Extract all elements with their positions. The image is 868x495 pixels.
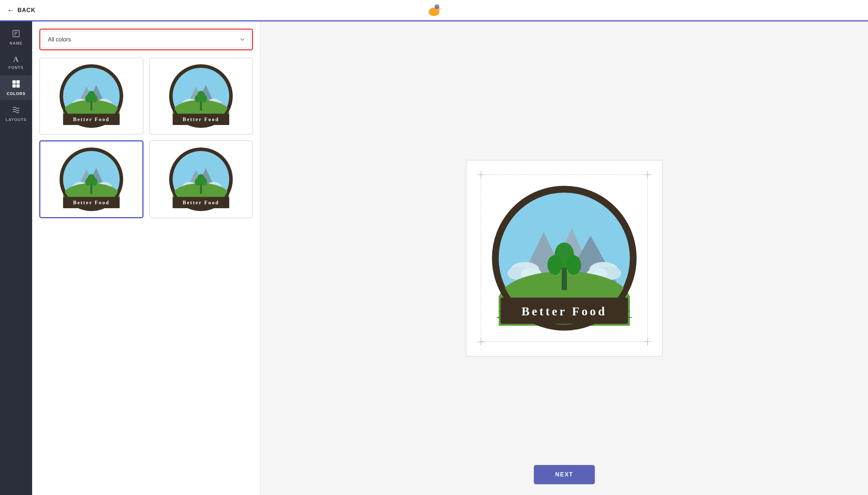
back-arrow-icon: ← [7,6,15,14]
sidebar-item-colors[interactable]: COLORS [0,75,32,100]
name-icon [12,29,20,39]
sidebar: NAME A FONTS COLORS [0,21,32,495]
colors-icon [12,80,20,89]
sidebar-item-label: NAME [10,41,22,45]
layouts-icon [12,106,20,115]
svg-marker-4 [439,8,441,9]
logo-preview-3: Better Food [59,147,123,211]
svg-text:Better Food: Better Food [73,116,110,122]
logo-card-4[interactable]: Better Food [149,140,253,218]
crosshair-bottom-left [477,338,484,345]
crosshair-top-right [644,171,651,178]
sidebar-item-label: FONTS [9,65,24,70]
fonts-icon: A [13,55,19,63]
crosshair-bottom-right [644,338,651,345]
svg-point-116 [566,255,581,275]
app-header: ← BACK [0,0,868,21]
color-filter-select[interactable]: All colors Blue Green Red Yellow Purple … [42,31,251,48]
svg-point-31 [85,95,91,102]
svg-point-32 [92,95,97,102]
svg-rect-12 [12,80,16,84]
logo-card-3[interactable]: Better Food [39,140,143,218]
main-layout: NAME A FONTS COLORS [0,21,868,495]
sidebar-item-label: LAYOUTS [6,118,27,122]
sidebar-item-layouts[interactable]: LAYOUTS [0,101,32,126]
crosshair-top-left [477,171,484,178]
svg-text:Better Food: Better Food [73,200,110,205]
next-button[interactable]: NEXT [534,465,595,484]
svg-point-51 [195,95,201,102]
svg-point-115 [547,255,562,275]
svg-point-72 [92,178,97,186]
logo-card-2[interactable]: Better Food [149,58,253,135]
svg-rect-13 [16,80,20,84]
logo-grid: Better Food [39,58,253,218]
back-button[interactable]: ← BACK [7,6,35,14]
sidebar-item-fonts[interactable]: A FONTS [0,51,32,74]
logo-card-1[interactable]: Better Food [39,58,143,135]
svg-point-91 [195,178,201,186]
color-filter-wrapper: All colors Blue Green Red Yellow Purple … [39,29,253,50]
svg-point-7 [438,8,438,9]
svg-text:Better Food: Better Food [183,200,219,205]
svg-rect-15 [16,84,20,88]
logo-preview-4: Better Food [169,147,233,211]
logo-preview-1: Better Food [59,64,123,128]
back-label: BACK [17,7,35,14]
canvas-area: Better Food NEXT [261,21,868,495]
svg-point-52 [201,95,207,102]
canvas-inner: Better Food [466,160,662,356]
svg-point-71 [85,178,91,186]
canvas-logo: Better Food [489,183,639,333]
svg-text:Better Food: Better Food [521,305,607,318]
svg-rect-14 [12,84,16,88]
svg-text:Better Food: Better Food [183,116,219,122]
svg-point-5 [435,4,439,9]
svg-point-92 [201,178,207,186]
sidebar-item-label: COLORS [6,91,25,96]
svg-point-6 [437,5,439,7]
color-panel: All colors Blue Green Red Yellow Purple … [32,21,261,495]
logo-preview-2: Better Food [169,64,233,128]
sidebar-item-name[interactable]: NAME [0,25,32,50]
app-logo [425,1,443,19]
